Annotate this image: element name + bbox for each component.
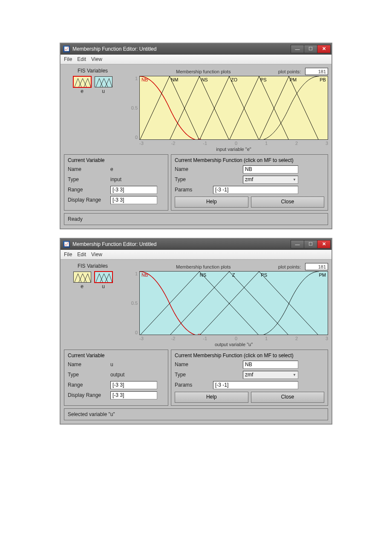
app-icon: 📈: [63, 241, 70, 248]
mf-editor-window: 📈 Membership Function Editor: Untitled —…: [60, 43, 332, 229]
cv-title: Current Variable: [68, 157, 164, 163]
help-button[interactable]: Help: [175, 197, 248, 208]
fis-title: FIS Variables: [64, 68, 121, 74]
fis-variables-panel: FIS Variables e u: [64, 263, 121, 347]
plot-title: Membership function plots: [176, 264, 231, 269]
window-title: Membership Function Editor: Untitled: [72, 241, 156, 247]
plot-title: Membership function plots: [176, 69, 231, 74]
minimize-button[interactable]: —: [291, 45, 304, 53]
close-button[interactable]: ✕: [317, 45, 331, 53]
mf-chart[interactable]: NBNMNSZOPSPMPB: [139, 76, 328, 140]
cmf-title: Current Membership Function (click on MF…: [175, 353, 324, 358]
plot-area: Membership function plots plot points: 1…: [125, 68, 328, 152]
cv-display-range-input[interactable]: [110, 391, 157, 399]
maximize-button[interactable]: ☐: [304, 240, 317, 249]
plot-points-label: plot points:: [278, 69, 301, 74]
titlebar[interactable]: 📈 Membership Function Editor: Untitled —…: [61, 239, 331, 250]
plot-area: Membership function plots plot points: 1…: [125, 263, 328, 347]
plot-points-input[interactable]: 181: [305, 68, 328, 75]
close-panel-button[interactable]: Close: [251, 197, 325, 208]
cmf-name-input[interactable]: [243, 361, 298, 369]
fis-var-e[interactable]: e: [73, 76, 91, 94]
menubar: FileEditView: [61, 55, 331, 64]
cmf-type-select[interactable]: zmf▼: [243, 176, 298, 184]
fis-variables-panel: FIS Variables e u: [64, 68, 121, 152]
fis-var-u[interactable]: u: [95, 272, 112, 289]
mf-editor-window: 📈 Membership Function Editor: Untitled —…: [60, 238, 332, 425]
menu-file[interactable]: File: [64, 56, 72, 62]
cmf-title: Current Membership Function (click on MF…: [175, 157, 324, 163]
titlebar[interactable]: 📈 Membership Function Editor: Untitled —…: [61, 43, 331, 55]
menu-edit[interactable]: Edit: [77, 251, 86, 257]
cmf-name-input[interactable]: [243, 165, 298, 173]
menu-view[interactable]: View: [91, 56, 102, 62]
fis-var-u[interactable]: u: [95, 76, 112, 94]
cv-type: input: [110, 176, 121, 182]
y-axis: 10.50: [125, 271, 139, 335]
y-axis: 10.50: [125, 76, 139, 140]
current-variable-panel: Current Variable Nameu Typeoutput Range …: [64, 350, 168, 406]
minimize-button[interactable]: —: [291, 240, 304, 249]
cmf-type-select[interactable]: zmf▼: [243, 371, 298, 379]
maximize-button[interactable]: ☐: [304, 45, 317, 53]
svg-rect-2: [198, 139, 201, 140]
cv-name: u: [110, 361, 113, 367]
x-label: output variable "u": [139, 342, 328, 347]
x-axis: -3-2-10123: [139, 141, 328, 146]
app-icon: 📈: [63, 46, 70, 52]
cv-type: output: [110, 372, 124, 378]
cv-name: e: [110, 166, 113, 172]
menu-edit[interactable]: Edit: [77, 56, 86, 62]
current-mf-panel: Current Membership Function (click on MF…: [171, 154, 328, 211]
cv-title: Current Variable: [68, 353, 164, 358]
fis-title: FIS Variables: [64, 263, 121, 269]
close-button[interactable]: ✕: [317, 240, 331, 249]
fis-var-e[interactable]: e: [73, 272, 91, 289]
plot-points-label: plot points:: [278, 264, 301, 269]
window-title: Membership Function Editor: Untitled: [72, 46, 156, 52]
help-button[interactable]: Help: [175, 392, 248, 403]
menubar: FileEditView: [61, 250, 331, 260]
current-variable-panel: Current Variable Namee Typeinput Range D…: [64, 154, 168, 211]
cmf-params-input[interactable]: [213, 186, 298, 194]
x-label: input variable "e": [139, 147, 328, 152]
close-panel-button[interactable]: Close: [251, 392, 325, 403]
cv-range-input[interactable]: [110, 381, 157, 389]
menu-view[interactable]: View: [91, 251, 102, 257]
status-bar: Ready: [64, 213, 328, 225]
mf-chart[interactable]: NBNSZPSPM: [139, 271, 328, 335]
menu-file[interactable]: File: [64, 251, 72, 257]
cv-display-range-input[interactable]: [110, 196, 157, 204]
cv-range-input[interactable]: [110, 186, 157, 194]
plot-points-input[interactable]: 181: [305, 263, 328, 270]
x-axis: -3-2-10123: [139, 336, 328, 341]
cmf-params-input[interactable]: [213, 381, 298, 389]
current-mf-panel: Current Membership Function (click on MF…: [171, 350, 328, 406]
status-bar: Selected variable "u": [64, 408, 328, 420]
